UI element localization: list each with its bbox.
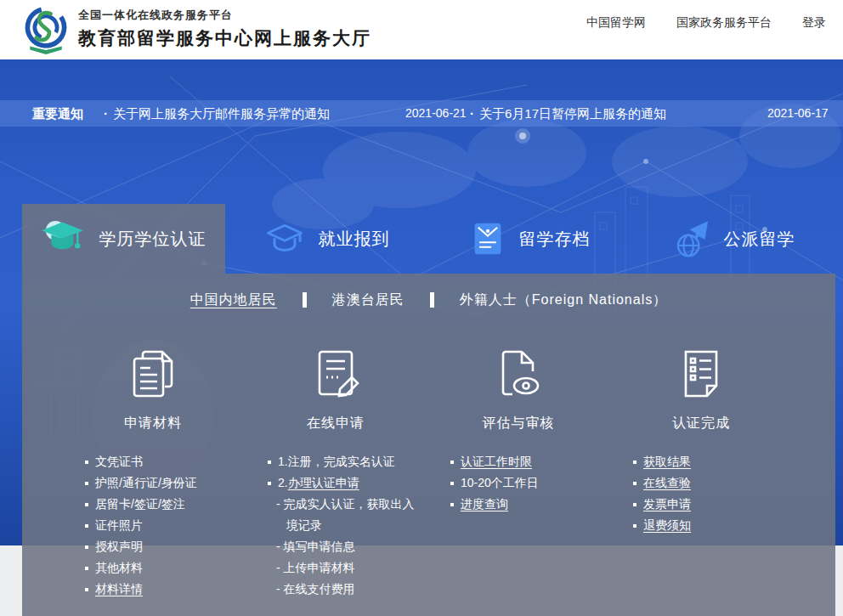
list-item: 授权声明 [85,536,238,557]
list-item-text: 1.注册，完成实名认证 [278,455,395,468]
list-item-text: - 完成实人认证，获取出入境记录 [276,497,415,532]
list-item-text: 证件照片 [95,518,143,532]
list-item: 其他材料 [85,557,238,579]
tab-degree-certification[interactable]: 学历学位认证 [22,204,225,274]
list-item-text: 其他材料 [95,561,143,574]
list-item-text: 10-20个工作日 [461,476,539,489]
list-item[interactable]: 发票申请 [633,494,786,515]
list-item[interactable]: 认证工作时限 [450,451,603,472]
step-evaluation-review: 评估与审核 认证工作时限10-20个工作日进度查询 [450,347,633,600]
graduation-cap-icon [42,218,86,260]
list-item-link[interactable]: 进度查询 [461,497,508,511]
list-item-text: - 在线支付费用 [276,582,355,596]
list-item: - 在线支付费用 [268,579,421,600]
cscse-logo-icon [20,4,71,55]
list-item: 1.注册，完成实名认证 [268,451,421,472]
list-item-text: 护照/通行证/身份证 [95,476,197,489]
site-header: 全国一体化在线政务服务平台 教育部留学服务中心网上服务大厅 中国留学网 国家政务… [0,0,843,59]
subtab-mainland-residents[interactable]: 中国内地居民 [190,291,277,309]
list-item-link[interactable]: 在线查验 [643,476,691,489]
resident-subtabs: 中国内地居民 港澳台居民 外籍人士（Foreign Nationals） [22,274,835,326]
tab-label: 公派留学 [724,228,795,251]
step-online-application: 在线申请 1.注册，完成实名认证2.办理认证申请- 完成实人认证，获取出入境记录… [268,347,450,600]
list-item: 10-20个工作日 [450,472,603,494]
list-item: 护照/通行证/身份证 [85,472,238,494]
list-item[interactable]: 材料详情 [85,579,238,600]
step-title: 在线申请 [268,415,404,432]
graduation-cap-outline-icon [264,220,305,257]
step-title: 申请材料 [85,415,221,432]
plane-globe-icon [671,218,710,259]
step-application-materials: 申请材料 文凭证书护照/通行证/身份证居留卡/签证/签注证件照片授权声明其他材料… [85,347,268,600]
tab-government-sponsored-study[interactable]: 公派留学 [631,204,835,274]
login-link[interactable]: 登录 [802,15,826,31]
archive-document-icon [470,219,506,258]
step-certification-complete: 认证完成 获取结果在线查验发票申请退费须知 [633,347,816,600]
list-item: - 完成实人认证，获取出入境记录 [268,494,421,536]
documents-icon [126,347,180,401]
subtab-foreign-nationals[interactable]: 外籍人士（Foreign Nationals） [460,291,667,309]
tab-label: 留学存档 [519,228,591,251]
list-item[interactable]: 获取结果 [633,451,786,472]
list-item-text: - 填写申请信息 [276,540,355,553]
notice-date: 2021-06-17 [767,100,829,127]
list-item: - 上传申请材料 [268,557,421,579]
nav-link-chinese-study-abroad[interactable]: 中国留学网 [586,15,646,31]
list-item: 证件照片 [85,515,238,536]
form-edit-icon [308,347,363,401]
notice-date: 2021-06-21 [405,100,467,127]
process-steps: 申请材料 文凭证书护照/通行证/身份证居留卡/签证/签注证件照片授权声明其他材料… [22,347,835,600]
document-eye-icon [491,347,546,401]
list-item-text: 居留卡/签证/签注 [95,497,185,511]
list-item-text: - 上传申请材料 [276,561,355,574]
notice-label: 重要通知 [32,100,83,127]
top-nav: 中国留学网 国家政务服务平台 登录 [586,15,826,31]
list-item[interactable]: 在线查验 [633,472,786,494]
list-item: 文凭证书 [85,451,238,472]
subtab-hk-macao-taiwan-residents[interactable]: 港澳台居民 [332,291,405,309]
nav-link-national-gov-platform[interactable]: 国家政务服务平台 [676,15,772,31]
list-item: - 填写申请信息 [268,536,421,557]
list-item-link[interactable]: 发票申请 [643,497,691,511]
list-item-text: 文凭证书 [95,455,143,468]
checklist-icon [674,347,728,401]
tab-study-abroad-archives[interactable]: 留学存档 [428,204,631,274]
notice-link[interactable]: 关于6月17日暂停网上服务的通知 [470,100,666,127]
list-item[interactable]: 退费须知 [633,515,786,536]
tab-employment-registration[interactable]: 就业报到 [225,204,428,274]
site-title: 教育部留学服务中心网上服务大厅 [78,26,371,50]
list-item[interactable]: 2.办理认证申请 [268,472,421,494]
content-panel: 中国内地居民 港澳台居民 外籍人士（Foreign Nationals） 申请材… [22,274,835,616]
list-item[interactable]: 进度查询 [450,494,603,515]
page: 全国一体化在线政务服务平台 教育部留学服务中心网上服务大厅 中国留学网 国家政务… [0,0,843,616]
list-item-prefix: 2. [278,476,288,489]
list-item-link[interactable]: 办理认证申请 [288,476,359,489]
list-item-link[interactable]: 获取结果 [643,455,691,468]
list-item-text: 授权声明 [95,540,143,553]
step-title: 评估与审核 [450,415,586,432]
list-item-link[interactable]: 材料详情 [95,582,143,596]
tab-label: 就业报到 [319,228,390,251]
list-item-link[interactable]: 退费须知 [643,518,691,532]
list-item: 居留卡/签证/签注 [85,494,238,515]
service-tabs: 学历学位认证 就业报到 留学存档 [0,204,843,274]
tab-label: 学历学位认证 [99,228,207,251]
step-title: 认证完成 [633,415,769,432]
subtab-divider [303,292,307,308]
notice-bar: 重要通知 关于网上服务大厅邮件服务异常的通知 2021-06-21 关于6月17… [0,100,843,127]
platform-title: 全国一体化在线政务服务平台 [78,8,371,23]
subtab-divider [430,292,434,308]
list-item-link[interactable]: 认证工作时限 [461,455,532,468]
notice-link[interactable]: 关于网上服务大厅邮件服务异常的通知 [104,100,330,127]
